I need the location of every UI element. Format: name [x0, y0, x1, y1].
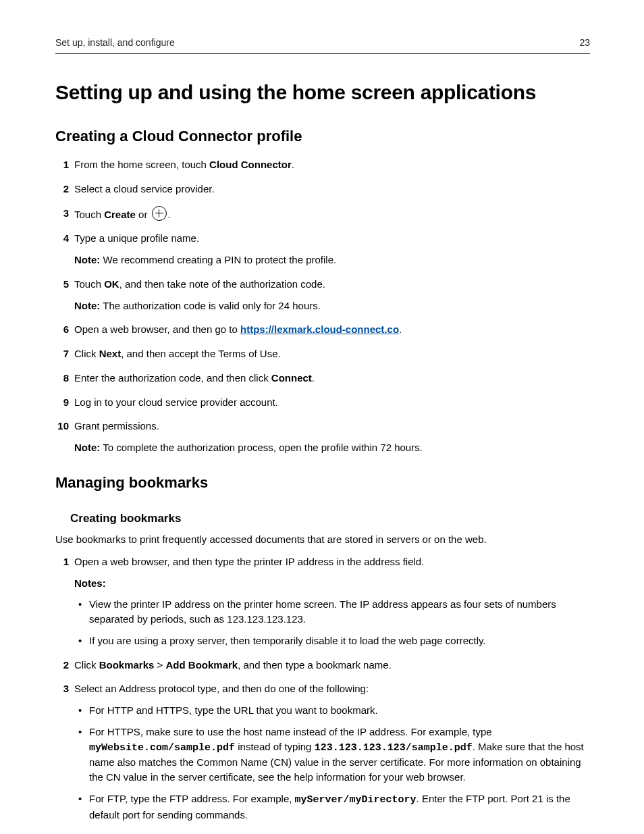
subsection-heading-creating-bookmarks: Creating bookmarks [70, 512, 590, 525]
document-page: Set up, install, and configure 23 Settin… [0, 0, 644, 834]
list-item: Enter the authorization code, and then c… [55, 371, 590, 386]
list-item: Grant permissions. Note: To complete the… [55, 419, 590, 455]
header-section: Set up, install, and configure [55, 37, 175, 48]
intro-text: Use bookmarks to print frequently access… [55, 533, 590, 545]
list-item: Log in to your cloud service provider ac… [55, 395, 590, 410]
list-item: Click Bookmarks > Add Bookmark, and then… [55, 658, 590, 673]
list-item: For FTP, type the FTP address. For examp… [74, 791, 590, 823]
cloud-connector-steps: From the home screen, touch Cloud Connec… [55, 157, 590, 455]
note: Note: The authorization code is valid on… [74, 298, 590, 313]
list-item: View the printer IP address on the print… [74, 597, 590, 627]
list-item: From the home screen, touch Cloud Connec… [55, 157, 590, 172]
section-heading-bookmarks: Managing bookmarks [55, 474, 590, 492]
list-item: For HTTP and HTTPS, type the URL that yo… [74, 703, 590, 718]
list-item: Touch Create or . [55, 206, 590, 222]
list-item: Select a cloud service provider. [55, 182, 590, 197]
address-protocol-bullets: For HTTP and HTTPS, type the URL that yo… [74, 703, 590, 822]
list-item: If you are using a proxy server, then te… [74, 633, 590, 648]
list-item: Open a web browser, and then type the pr… [55, 554, 590, 648]
section-heading-cloud-connector: Creating a Cloud Connector profile [55, 128, 590, 145]
list-item: For HTTPS, make sure to use the host nam… [74, 725, 590, 785]
list-item: Touch OK, and then take note of the auth… [55, 277, 590, 313]
note: Note: To complete the authorization proc… [74, 440, 590, 455]
bookmarks-steps: Open a web browser, and then type the pr… [55, 554, 590, 823]
list-item: Open a web browser, and then go to https… [55, 322, 590, 337]
note: Note: We recommend creating a PIN to pro… [74, 253, 590, 267]
page-header: Set up, install, and configure 23 [55, 37, 590, 54]
plus-circle-icon [152, 206, 167, 221]
notes-label: Notes: [74, 576, 590, 591]
list-item: Select an Address protocol type, and the… [55, 681, 590, 822]
page-title: Setting up and using the home screen app… [55, 81, 590, 104]
header-page-number: 23 [579, 37, 590, 48]
cloud-connect-link[interactable]: https://lexmark.cloud-connect.co [240, 323, 399, 335]
notes-bullets: View the printer IP address on the print… [74, 597, 590, 648]
list-item: Type a unique profile name. Note: We rec… [55, 231, 590, 267]
list-item: Click Next, and then accept the Terms of… [55, 346, 590, 361]
